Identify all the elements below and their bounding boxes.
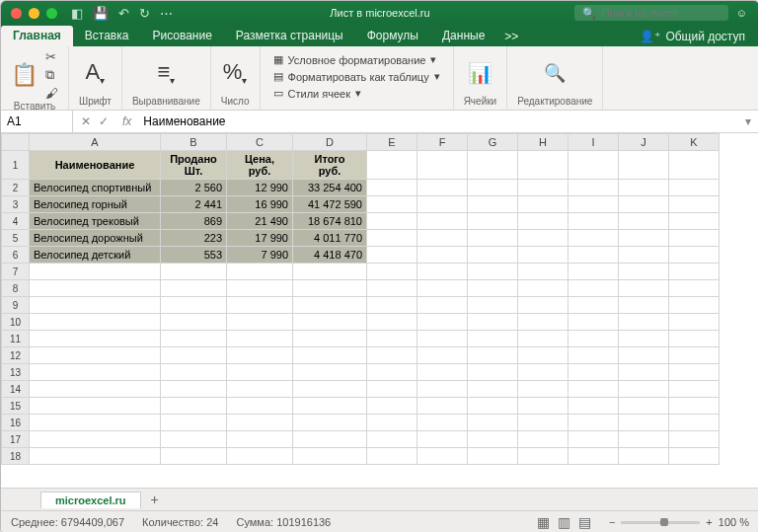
confirm-icon[interactable]: ✓ bbox=[99, 114, 109, 128]
col-header[interactable]: F bbox=[417, 134, 468, 151]
cell[interactable] bbox=[30, 398, 161, 415]
cell[interactable] bbox=[30, 415, 161, 431]
cell[interactable] bbox=[568, 247, 619, 264]
cell[interactable]: 41 472 590 bbox=[293, 196, 367, 213]
cell[interactable] bbox=[669, 196, 720, 213]
undo-icon[interactable]: ↶ bbox=[118, 6, 129, 21]
cell[interactable] bbox=[161, 415, 227, 431]
cell[interactable] bbox=[367, 314, 417, 331]
cell[interactable] bbox=[619, 381, 669, 398]
cell[interactable] bbox=[468, 364, 518, 381]
cell[interactable] bbox=[367, 297, 417, 314]
cell[interactable] bbox=[367, 230, 417, 247]
cell[interactable] bbox=[518, 280, 568, 297]
window-minimize-button[interactable] bbox=[29, 8, 39, 19]
cell[interactable] bbox=[669, 264, 720, 280]
cell[interactable] bbox=[518, 398, 568, 415]
cell[interactable] bbox=[161, 331, 227, 347]
add-sheet-button[interactable]: + bbox=[141, 492, 169, 507]
cell[interactable] bbox=[367, 364, 417, 381]
row-header[interactable]: 3 bbox=[2, 196, 30, 213]
cell[interactable] bbox=[468, 213, 518, 230]
cell[interactable] bbox=[161, 381, 227, 398]
cell[interactable] bbox=[417, 448, 468, 465]
cut-icon[interactable]: ✂ bbox=[45, 49, 58, 64]
cell[interactable] bbox=[468, 398, 518, 415]
cell[interactable] bbox=[568, 331, 619, 347]
row-header[interactable]: 17 bbox=[2, 431, 30, 448]
cell[interactable] bbox=[669, 151, 720, 180]
cell[interactable] bbox=[619, 415, 669, 431]
cell[interactable] bbox=[619, 230, 669, 247]
cell[interactable] bbox=[568, 213, 619, 230]
cell[interactable] bbox=[367, 196, 417, 213]
cell[interactable] bbox=[568, 196, 619, 213]
cell[interactable] bbox=[568, 415, 619, 431]
cell[interactable] bbox=[568, 297, 619, 314]
cell[interactable]: Цена, руб. bbox=[227, 151, 293, 180]
cell[interactable]: 21 490 bbox=[227, 213, 293, 230]
cell[interactable] bbox=[619, 398, 669, 415]
cell[interactable] bbox=[367, 415, 417, 431]
row-header[interactable]: 8 bbox=[2, 280, 30, 297]
cell[interactable] bbox=[367, 247, 417, 264]
row-header[interactable]: 9 bbox=[2, 297, 30, 314]
row-header[interactable]: 15 bbox=[2, 398, 30, 415]
row-header[interactable]: 4 bbox=[2, 213, 30, 230]
cell[interactable] bbox=[568, 398, 619, 415]
cell[interactable] bbox=[669, 180, 720, 196]
cell[interactable] bbox=[227, 280, 293, 297]
cell[interactable] bbox=[568, 264, 619, 280]
cell[interactable] bbox=[161, 314, 227, 331]
align-icon[interactable]: ≡▾ bbox=[157, 59, 175, 86]
cell[interactable] bbox=[568, 448, 619, 465]
row-header[interactable]: 12 bbox=[2, 347, 30, 364]
number-icon[interactable]: %▾ bbox=[223, 59, 248, 86]
cell[interactable]: 33 254 400 bbox=[293, 180, 367, 196]
cell[interactable] bbox=[227, 431, 293, 448]
row-header[interactable]: 6 bbox=[2, 247, 30, 264]
col-header[interactable]: K bbox=[669, 134, 720, 151]
user-icon[interactable]: ☺ bbox=[736, 7, 747, 19]
cell[interactable] bbox=[518, 196, 568, 213]
cell[interactable] bbox=[568, 314, 619, 331]
cell[interactable] bbox=[367, 381, 417, 398]
cell[interactable] bbox=[293, 264, 367, 280]
cell[interactable] bbox=[293, 331, 367, 347]
cell[interactable] bbox=[417, 398, 468, 415]
cell[interactable] bbox=[669, 398, 720, 415]
format-as-table-button[interactable]: ▤Форматировать как таблицу▾ bbox=[270, 69, 443, 84]
cell[interactable] bbox=[619, 297, 669, 314]
cell[interactable] bbox=[30, 448, 161, 465]
cell[interactable] bbox=[518, 381, 568, 398]
cell[interactable] bbox=[293, 297, 367, 314]
cell[interactable] bbox=[161, 347, 227, 364]
cell[interactable] bbox=[518, 431, 568, 448]
cell[interactable]: Велосипед дорожный bbox=[30, 230, 161, 247]
cell[interactable] bbox=[669, 448, 720, 465]
format-painter-icon[interactable]: 🖌 bbox=[45, 86, 58, 101]
cell[interactable] bbox=[367, 264, 417, 280]
cell[interactable] bbox=[518, 230, 568, 247]
cell[interactable] bbox=[417, 431, 468, 448]
window-close-button[interactable] bbox=[11, 8, 22, 19]
cell[interactable]: Велосипед горный bbox=[30, 196, 161, 213]
cell[interactable] bbox=[669, 213, 720, 230]
cell[interactable]: Наименование bbox=[30, 151, 161, 180]
row-header[interactable]: 14 bbox=[2, 381, 30, 398]
cell[interactable] bbox=[227, 347, 293, 364]
font-icon[interactable]: A▾ bbox=[86, 59, 106, 86]
cell[interactable] bbox=[161, 398, 227, 415]
cell[interactable] bbox=[468, 347, 518, 364]
cell[interactable] bbox=[619, 196, 669, 213]
formula-expand-icon[interactable]: ▾ bbox=[737, 114, 758, 128]
cell[interactable] bbox=[227, 297, 293, 314]
tab-formulas[interactable]: Формулы bbox=[355, 26, 430, 46]
cell[interactable]: 4 418 470 bbox=[293, 247, 367, 264]
cell[interactable] bbox=[417, 151, 468, 180]
row-header[interactable]: 1 bbox=[2, 151, 30, 180]
cell[interactable]: 18 674 810 bbox=[293, 213, 367, 230]
cell[interactable] bbox=[518, 448, 568, 465]
copy-icon[interactable]: ⧉ bbox=[45, 67, 58, 83]
cell[interactable]: 2 560 bbox=[161, 180, 227, 196]
